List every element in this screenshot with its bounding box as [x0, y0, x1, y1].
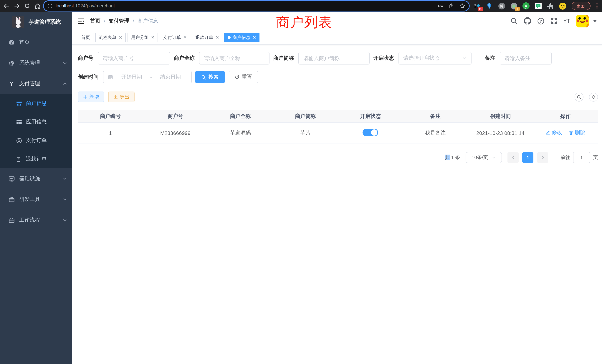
session-extension-icon[interactable]: 1	[510, 2, 517, 10]
tab-process-form[interactable]: 流程表单✕	[95, 33, 126, 42]
add-button[interactable]: 新增	[78, 92, 104, 102]
breadcrumb-payment[interactable]: 支付管理	[109, 18, 129, 24]
breadcrumb-separator: /	[104, 18, 105, 24]
close-icon[interactable]: ✕	[215, 35, 219, 40]
sidebar-item-infrastructure[interactable]: 基础设施	[0, 168, 72, 189]
key-icon[interactable]	[437, 3, 443, 9]
app-logo-row[interactable]: 芋道管理系统	[0, 12, 72, 32]
browser-nav-buttons	[3, 3, 41, 9]
browser-menu-icon[interactable]	[595, 3, 599, 9]
sidebar-item-home[interactable]: 首页	[0, 32, 72, 53]
page-size-select[interactable]: 10条/页	[466, 152, 502, 163]
sidebar-item-payment[interactable]: ¥ 支付管理	[0, 73, 72, 94]
sidebar-item-label: 系统管理	[19, 60, 63, 66]
calendar-icon	[108, 75, 113, 80]
close-icon[interactable]: ✕	[183, 35, 187, 40]
home-icon[interactable]	[34, 3, 41, 9]
sidebar-item-merchant-info[interactable]: 商户信息	[0, 94, 72, 113]
show-search-circle-button[interactable]	[575, 93, 583, 101]
col-merchant-id: 商户编号	[78, 110, 143, 122]
github-icon[interactable]	[524, 17, 531, 25]
extension-badge: 1	[515, 7, 520, 11]
hamburger-icon[interactable]	[77, 17, 85, 25]
reset-button[interactable]: 重置	[229, 71, 258, 83]
remark-label: 备注	[485, 55, 500, 62]
goto-page-input[interactable]	[573, 152, 590, 163]
export-button[interactable]: 导出	[108, 92, 135, 102]
col-short-name: 商户简称	[273, 110, 338, 122]
search-button[interactable]: 搜索	[195, 71, 225, 83]
table-row: 1 M233666999 芋道源码 芋艿 我是备注 2021-10-23 08:…	[78, 122, 598, 143]
y-extension-icon[interactable]: y	[522, 2, 530, 10]
yen-icon: ¥	[8, 80, 15, 87]
col-status: 开启状态	[338, 110, 403, 122]
bookmark-star-icon[interactable]	[459, 3, 465, 9]
navbar-actions: ? TT	[510, 15, 597, 27]
share-icon[interactable]	[449, 3, 454, 9]
user-avatar[interactable]	[576, 15, 589, 27]
tab-refund-order[interactable]: 退款订单✕	[192, 33, 222, 42]
tags-view-bar: 首页 流程表单✕ 用户分组✕ 支付订单✕ 退款订单✕ 商户信息✕	[72, 30, 602, 45]
sidebar-item-devtools[interactable]: 研发工具	[0, 189, 72, 210]
sidebar-item-app-info[interactable]: 应用信息	[0, 113, 72, 131]
refresh-circle-button[interactable]	[589, 93, 598, 101]
close-icon[interactable]: ✕	[253, 35, 256, 40]
breadcrumb-current: 商户信息	[138, 18, 158, 24]
site-info-icon[interactable]	[47, 3, 53, 9]
page-number-1[interactable]: 1	[522, 152, 533, 163]
svg-text:?: ?	[539, 19, 542, 23]
extensions-puzzle-icon[interactable]	[547, 2, 554, 10]
sidebar-item-refund-order[interactable]: 退款订单	[0, 150, 72, 168]
help-icon[interactable]: ?	[537, 17, 545, 25]
filter-row-1: 商户号 商户全称 商户简称 开启状态 请选择开启状态	[78, 52, 598, 64]
sidebar-item-system[interactable]: 系统管理	[0, 53, 72, 73]
sidebar-item-pay-order[interactable]: 支付订单	[0, 131, 72, 150]
merchant-list-page: 商户号 商户全称 商户简称 开启状态 请选择开启状态	[72, 45, 602, 163]
cell-full-name: 芋道源码	[208, 122, 273, 143]
end-date-placeholder[interactable]: 结束日期	[154, 74, 187, 80]
delete-link[interactable]: 删除	[569, 129, 585, 136]
cell-merchant-id: 1	[78, 122, 143, 143]
chevron-down-icon	[63, 197, 67, 202]
forward-icon[interactable]	[13, 3, 20, 9]
sidebar-item-workflow[interactable]: 工作流程	[0, 210, 72, 231]
monitor-chart-icon	[8, 175, 15, 182]
browser-update-button[interactable]: 更新	[572, 2, 591, 10]
font-size-icon[interactable]: TT	[564, 17, 570, 25]
reload-icon[interactable]	[24, 3, 30, 9]
sidebar-item-label: 基础设施	[19, 175, 63, 182]
create-time-range-picker[interactable]: 开始日期 - 结束日期	[103, 71, 192, 83]
tab-merchant-info[interactable]: 商户信息✕	[225, 33, 260, 42]
command-extension-icon[interactable]: ⌘	[498, 2, 505, 10]
status-select[interactable]: 请选择开启状态	[398, 52, 472, 64]
address-bar[interactable]: localhost:1024/pay/merchant	[44, 1, 469, 11]
tab-pay-order[interactable]: 支付订单✕	[160, 33, 190, 42]
remark-input[interactable]	[500, 52, 552, 64]
sidebar-item-label: 退款订单	[26, 156, 67, 162]
tab-user-group[interactable]: 用户分组✕	[128, 33, 158, 42]
short-name-input[interactable]	[298, 52, 370, 64]
tab-home[interactable]: 首页	[78, 33, 93, 42]
start-date-placeholder[interactable]: 开始日期	[115, 74, 148, 80]
prev-page-button[interactable]	[507, 152, 519, 163]
full-name-input[interactable]	[199, 52, 269, 64]
chat-extension-icon[interactable]	[535, 2, 542, 10]
merchant-no-input[interactable]	[98, 52, 170, 64]
next-page-button[interactable]	[537, 152, 548, 163]
create-time-label: 创建时间	[78, 74, 103, 80]
caret-down-icon[interactable]	[593, 20, 597, 22]
pager: 1	[507, 152, 548, 163]
back-icon[interactable]	[3, 3, 10, 9]
breadcrumb-home[interactable]: 首页	[90, 18, 100, 24]
gem-extension-icon[interactable]	[486, 2, 493, 10]
search-icon[interactable]	[510, 17, 518, 25]
close-icon[interactable]: ✕	[151, 35, 155, 40]
breadcrumb: 首页 / 支付管理 / 商户信息	[90, 18, 158, 24]
close-icon[interactable]: ✕	[119, 35, 122, 40]
status-toggle[interactable]	[363, 128, 378, 136]
profile-emoji-avatar[interactable]	[559, 2, 566, 10]
pinned-extension-icon[interactable]: 10	[473, 2, 481, 10]
storefront-icon	[16, 100, 22, 107]
fullscreen-icon[interactable]	[550, 17, 558, 25]
edit-link[interactable]: 修改	[546, 129, 562, 136]
